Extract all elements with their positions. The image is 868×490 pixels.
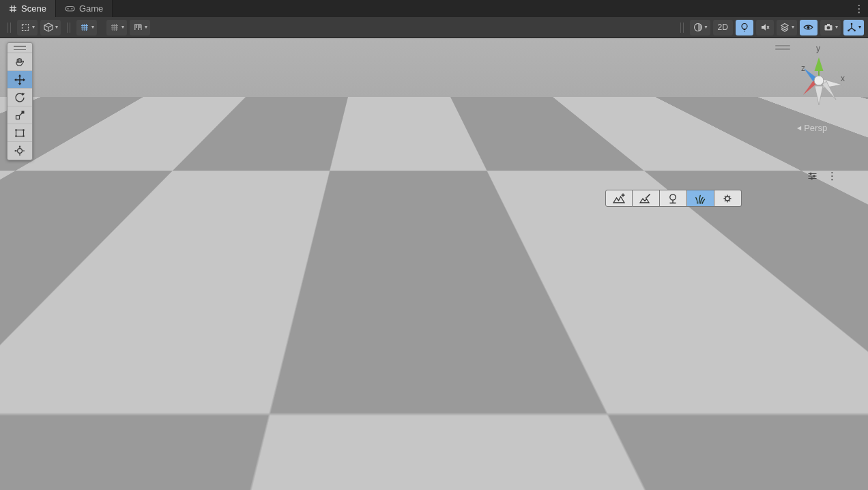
presets-sliders-icon[interactable] bbox=[807, 171, 818, 181]
paint-details-grass-icon bbox=[693, 192, 707, 205]
tabbar-spacer bbox=[113, 0, 850, 17]
brush-tile[interactable] bbox=[634, 469, 659, 490]
chevron-down-icon: ▾ bbox=[32, 25, 35, 30]
toolbar-drag-handle[interactable] bbox=[680, 23, 684, 33]
brush-area bbox=[515, 467, 839, 490]
scale-icon bbox=[14, 109, 26, 121]
help-icon[interactable]: ? bbox=[787, 171, 798, 181]
tool-paint-details[interactable] bbox=[687, 190, 714, 207]
panel-title: Terrain bbox=[551, 171, 583, 182]
details-buttons-row: Edit Details... Refresh bbox=[515, 378, 839, 393]
component-menu-kebab-icon[interactable]: ⋮ bbox=[827, 170, 837, 182]
window-menu-kebab-icon[interactable]: ⋮ bbox=[850, 0, 868, 17]
terrain-settings-gear-icon bbox=[721, 192, 734, 205]
help-line: Hold shift and click to erase details. bbox=[522, 253, 832, 263]
brush-palette bbox=[632, 467, 839, 490]
details-section-label: Details bbox=[515, 298, 839, 308]
snap-increment-button[interactable]: ▾ bbox=[130, 20, 150, 35]
help-line: Click to paint details. bbox=[522, 236, 832, 246]
scene-camera-button[interactable]: ▾ bbox=[820, 20, 841, 35]
projection-toggle[interactable]: ◀ Persp bbox=[797, 123, 827, 133]
brush-tile[interactable] bbox=[686, 469, 710, 490]
toolbar-drag-handle[interactable] bbox=[67, 23, 70, 33]
grid-snapping-button[interactable]: ▾ bbox=[106, 20, 127, 35]
tool-paint-trees[interactable] bbox=[660, 190, 687, 207]
scale-tool-button[interactable] bbox=[8, 106, 32, 124]
tools-overlay bbox=[7, 42, 33, 160]
stats-patches-line: Detail patches currently allocated: 1024 bbox=[522, 407, 832, 418]
new-brush-button[interactable]: New Brush... bbox=[775, 446, 839, 461]
chevron-down-icon: ▾ bbox=[145, 25, 147, 30]
effects-layers-icon bbox=[779, 22, 790, 33]
render-sphere-icon bbox=[693, 22, 704, 33]
scene-lighting-button[interactable] bbox=[736, 20, 753, 35]
tab-scene[interactable]: Scene bbox=[0, 0, 56, 17]
snap-increment-icon bbox=[132, 22, 143, 33]
orientation-gizmo[interactable]: y z x bbox=[783, 42, 860, 119]
draw-mode-button[interactable]: ▾ bbox=[17, 20, 38, 35]
tab-scene-label: Scene bbox=[21, 3, 46, 14]
rotate-tool-button[interactable] bbox=[8, 89, 32, 106]
help-glyph: ? bbox=[790, 172, 794, 179]
projection-label: Persp bbox=[804, 123, 827, 133]
chevron-down-icon: ▾ bbox=[121, 25, 124, 30]
brush-tile[interactable] bbox=[712, 469, 736, 490]
transform-tool-button[interactable] bbox=[8, 142, 32, 160]
gizmo-z-label[interactable]: z bbox=[801, 63, 805, 73]
2d-toggle-button[interactable]: 2D bbox=[713, 20, 733, 35]
paint-terrain-icon bbox=[639, 192, 652, 205]
terrain-tools-row bbox=[504, 190, 843, 207]
paint-trees-icon bbox=[666, 192, 680, 205]
gizmo-x-label[interactable]: x bbox=[841, 74, 845, 83]
gizmo-y-label[interactable]: y bbox=[816, 44, 820, 53]
brush-tile[interactable] bbox=[790, 469, 814, 490]
tab-game-label: Game bbox=[79, 3, 103, 14]
tool-create-neighbor-terrains[interactable] bbox=[605, 190, 633, 207]
gear-icon bbox=[720, 381, 729, 390]
chevron-down-icon: ▾ bbox=[835, 25, 838, 30]
brush-tile[interactable] bbox=[815, 469, 839, 490]
gizmo-axes-icon bbox=[846, 22, 857, 33]
move-tool-button[interactable] bbox=[8, 71, 32, 89]
scene-audio-button[interactable] bbox=[756, 20, 774, 35]
view-tool-button[interactable] bbox=[8, 53, 32, 71]
refresh-label: Refresh bbox=[802, 381, 832, 390]
scene-effects-button[interactable]: ▾ bbox=[777, 20, 797, 35]
gizmos-toggle-button[interactable]: ▾ bbox=[843, 20, 864, 35]
cube-icon bbox=[43, 22, 54, 33]
grass-patches bbox=[116, 168, 512, 434]
snap-grid-icon bbox=[109, 22, 120, 33]
refresh-button[interactable]: Refresh bbox=[794, 378, 839, 393]
grid-visibility-button[interactable]: ▾ bbox=[76, 20, 97, 35]
help-line: Hold Ctrl and click to erase only detail… bbox=[522, 270, 832, 280]
orientation-gizmo-cones bbox=[783, 42, 860, 119]
grid-icon bbox=[79, 22, 90, 33]
brushes-section-label: Brushes bbox=[515, 448, 550, 459]
component-enabled-checkbox[interactable]: ✓ bbox=[536, 171, 546, 181]
scene-visibility-toggle-button[interactable] bbox=[800, 20, 818, 35]
tools-drag-handle[interactable] bbox=[8, 43, 32, 53]
brush-preview bbox=[515, 467, 625, 490]
rotate-icon bbox=[14, 91, 26, 104]
tab-game[interactable]: Game bbox=[56, 0, 113, 17]
transform-icon bbox=[14, 145, 26, 157]
paint-details-help-box: Paint Details Click to paint details. Ho… bbox=[515, 212, 839, 289]
toolbar-drag-handle[interactable] bbox=[8, 23, 11, 33]
scene-visibility-button[interactable]: ▾ bbox=[40, 20, 61, 35]
header-actions: ? ⋮ bbox=[787, 170, 837, 182]
tool-terrain-settings[interactable] bbox=[714, 190, 742, 207]
foldout-arrow-icon[interactable]: ▼ bbox=[509, 172, 516, 179]
shading-mode-button[interactable]: ▾ bbox=[690, 20, 710, 35]
brush-tile[interactable] bbox=[764, 469, 788, 490]
scene-grid-icon bbox=[9, 5, 17, 13]
new-brush-label: New Brush... bbox=[783, 448, 832, 458]
edit-details-button[interactable]: Edit Details... bbox=[712, 378, 790, 393]
brush-tile[interactable] bbox=[660, 469, 684, 490]
rect-tool-button[interactable] bbox=[8, 124, 32, 142]
terrain-inspector-panel: ▼ ✓ Terrain ? ⋮ bbox=[503, 166, 843, 490]
brush-tile[interactable] bbox=[738, 469, 762, 490]
detail-item-grassfield[interactable]: GrassField bbox=[517, 314, 567, 371]
tool-paint-terrain[interactable] bbox=[633, 190, 660, 207]
grass-texture-thumbnail bbox=[520, 316, 564, 361]
chevron-down-icon: ▾ bbox=[91, 25, 94, 30]
